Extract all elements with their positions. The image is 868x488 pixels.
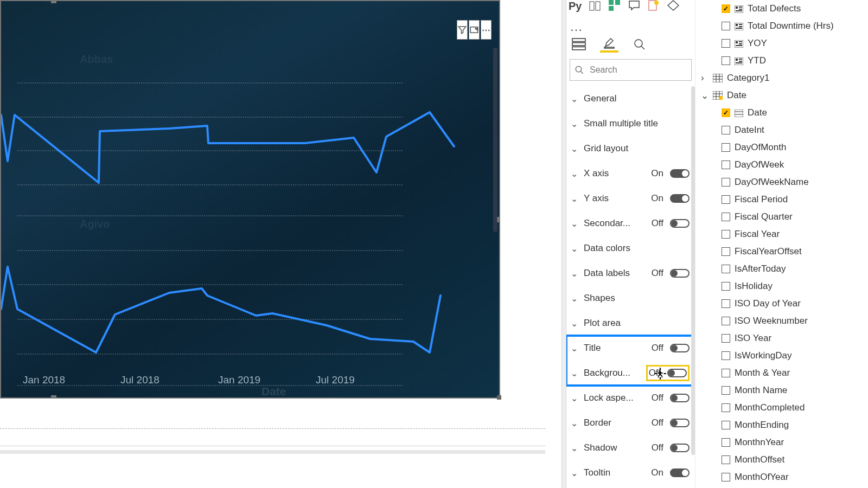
format-scrollbar[interactable]: [691, 86, 695, 455]
resize-handle-top[interactable]: [51, 0, 56, 3]
field-fiscalyearoffset[interactable]: FiscalYearOffset: [698, 243, 866, 260]
resize-handle-bottom[interactable]: [51, 395, 56, 399]
field-dateint[interactable]: DateInt: [698, 121, 866, 139]
field-isworkingday[interactable]: IsWorkingDay: [698, 347, 866, 364]
fields-tab[interactable]: [570, 36, 588, 53]
format-row-data-labels[interactable]: ⌄Data labelsOff: [566, 261, 695, 286]
format-row-backgrou-[interactable]: ⌄Backgrou...Off: [566, 361, 695, 386]
format-row-lock-aspe-[interactable]: ⌄Lock aspe...Off: [566, 386, 695, 410]
more-visuals-icon[interactable]: …: [566, 17, 695, 36]
format-search[interactable]: Search: [570, 59, 692, 81]
field-dayofweek[interactable]: DayOfWeek: [698, 156, 866, 174]
field-isaftertoday[interactable]: IsAfterToday: [698, 260, 866, 278]
checkbox[interactable]: [722, 369, 730, 377]
table-date[interactable]: ⌄Date: [698, 87, 866, 104]
pane-divider[interactable]: [561, 0, 566, 488]
report-canvas[interactable]: ⋯ Abbas Agivo: [0, 0, 561, 488]
checkbox[interactable]: [722, 455, 730, 464]
format-row-general[interactable]: ⌄General: [566, 86, 695, 111]
toggle-switch[interactable]: [667, 369, 687, 377]
resize-handle-corner[interactable]: [497, 395, 501, 400]
field-total-defects[interactable]: Total Defects: [698, 0, 866, 17]
python-visual-icon[interactable]: Py: [569, 0, 582, 14]
field-dayofmonth[interactable]: DayOfMonth: [698, 139, 866, 156]
field-month-name[interactable]: Month Name: [698, 382, 866, 399]
chevron-down-icon[interactable]: ⌄: [701, 90, 709, 101]
field-fiscal-period[interactable]: Fiscal Period: [698, 191, 866, 208]
field-fiscal-quarter[interactable]: Fiscal Quarter: [698, 208, 866, 226]
checkbox[interactable]: [722, 22, 730, 30]
checkbox[interactable]: [722, 4, 730, 13]
custom-visual-icon[interactable]: [667, 0, 679, 14]
toggle-switch[interactable]: [670, 219, 690, 228]
field-ytd[interactable]: YTD: [698, 52, 866, 69]
checkbox[interactable]: [722, 108, 730, 117]
format-row-small-multiple-title[interactable]: ⌄Small multiple title: [566, 111, 695, 136]
toggle-switch[interactable]: [670, 194, 690, 203]
line-chart-visual[interactable]: ⋯ Abbas Agivo: [0, 0, 500, 399]
format-row-plot-area[interactable]: ⌄Plot area: [566, 311, 695, 336]
toggle-switch[interactable]: [670, 444, 690, 452]
checkbox[interactable]: [722, 265, 730, 273]
table-category1[interactable]: ›Category1: [698, 69, 866, 87]
field-monthcompleted[interactable]: MonthCompleted: [698, 399, 866, 416]
checkbox[interactable]: [722, 282, 730, 291]
field-fiscal-year[interactable]: Fiscal Year: [698, 226, 866, 243]
checkbox[interactable]: [722, 386, 730, 395]
checkbox[interactable]: [722, 195, 730, 204]
checkbox[interactable]: [722, 230, 730, 239]
format-row-shadow[interactable]: ⌄ShadowOff: [566, 435, 695, 460]
visual-scrollbar[interactable]: [493, 48, 497, 232]
qa-visual-icon[interactable]: [628, 0, 640, 14]
toggle-switch[interactable]: [670, 269, 690, 278]
format-row-border[interactable]: ⌄BorderOff: [566, 410, 695, 435]
checkbox[interactable]: [722, 438, 730, 447]
format-tab[interactable]: [600, 36, 618, 53]
field-monthending[interactable]: MonthEnding: [698, 416, 866, 434]
toggle-switch[interactable]: [670, 344, 690, 352]
field-monthnyear[interactable]: MonthnYear: [698, 434, 866, 451]
field-iso-year[interactable]: ISO Year: [698, 330, 866, 347]
field-yoy[interactable]: YOY: [698, 35, 866, 52]
viz-type-row-tail[interactable]: Py: [566, 0, 695, 17]
field-monthofyear[interactable]: MonthOfYear: [698, 468, 866, 486]
format-row-grid-layout[interactable]: ⌄Grid layout: [566, 136, 695, 161]
paginated-icon[interactable]: [648, 0, 660, 14]
analytics-tab[interactable]: [630, 36, 649, 53]
field-date[interactable]: Date: [698, 104, 866, 121]
format-row-secondar-[interactable]: ⌄Secondar...Off: [566, 211, 695, 236]
format-row-title[interactable]: ⌄TitleOff: [566, 336, 695, 361]
format-row-y-axis[interactable]: ⌄Y axisOn: [566, 186, 695, 211]
checkbox[interactable]: [722, 213, 730, 221]
toggle-switch[interactable]: [670, 419, 690, 427]
field-month-year[interactable]: Month & Year: [698, 364, 866, 382]
field-total-downtime-hrs-[interactable]: Total Downtime (Hrs): [698, 17, 866, 35]
format-row-tooltin[interactable]: ⌄TooltinOn: [566, 460, 695, 485]
format-row-shapes[interactable]: ⌄Shapes: [566, 286, 695, 311]
decomposition-icon[interactable]: [609, 0, 621, 14]
checkbox[interactable]: [722, 351, 730, 360]
format-row-data-colors[interactable]: ⌄Data colors: [566, 236, 695, 261]
checkbox[interactable]: [722, 421, 730, 429]
chevron-right-icon[interactable]: ›: [701, 73, 709, 84]
checkbox[interactable]: [722, 160, 730, 169]
checkbox[interactable]: [722, 247, 730, 256]
toggle-switch[interactable]: [670, 394, 690, 402]
checkbox[interactable]: [722, 178, 730, 187]
field-dayofweekname[interactable]: DayOfWeekName: [698, 174, 866, 191]
checkbox[interactable]: [722, 334, 730, 343]
checkbox[interactable]: [722, 126, 730, 134]
checkbox[interactable]: [722, 56, 730, 65]
field-iso-weeknumber[interactable]: ISO Weeknumber: [698, 312, 866, 330]
key-influencers-icon[interactable]: [589, 0, 601, 14]
checkbox[interactable]: [722, 39, 730, 48]
toggle-switch[interactable]: [670, 169, 690, 178]
checkbox[interactable]: [722, 299, 730, 308]
field-isholiday[interactable]: IsHoliday: [698, 278, 866, 295]
checkbox[interactable]: [722, 317, 730, 325]
field-monthoffset[interactable]: MonthOffset: [698, 451, 866, 468]
checkbox[interactable]: [722, 143, 730, 152]
toggle-switch[interactable]: [670, 468, 690, 477]
format-row-x-axis[interactable]: ⌄X axisOn: [566, 161, 695, 186]
field-iso-day-of-year[interactable]: ISO Day of Year: [698, 295, 866, 312]
